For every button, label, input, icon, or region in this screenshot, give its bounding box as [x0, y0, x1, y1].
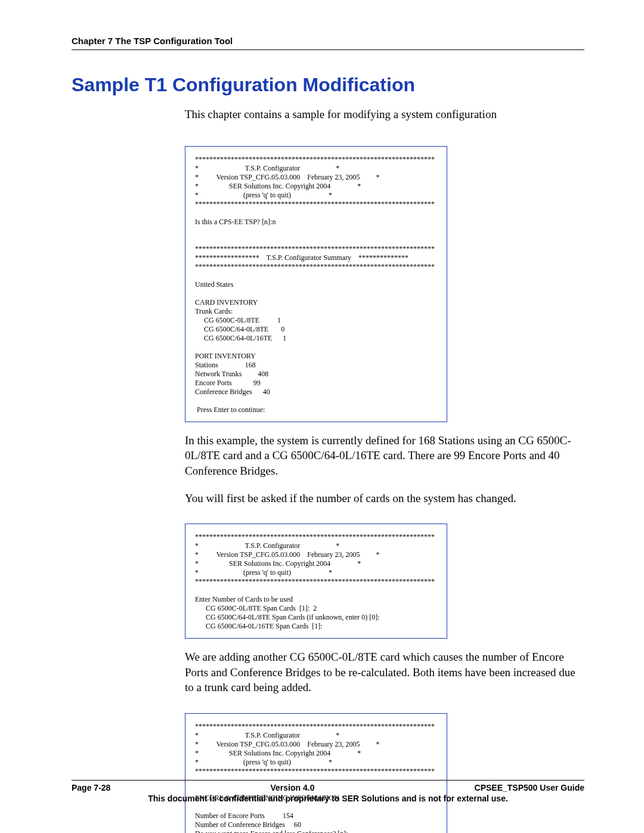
paragraph-2: You will first be asked if the number of… — [185, 491, 584, 506]
terminal-screenshot-3: ****************************************… — [185, 713, 447, 833]
section-heading: Sample T1 Configuration Modification — [72, 74, 584, 96]
intro-paragraph: This chapter contains a sample for modif… — [185, 107, 584, 122]
paragraph-1: In this example, the system is currently… — [185, 433, 584, 479]
terminal-screenshot-2: ****************************************… — [185, 524, 447, 639]
footer-guide: CPSEE_TSP500 User Guide — [475, 783, 584, 792]
footer-row: Page 7-28 Version 4.0 CPSEE_TSP500 User … — [72, 783, 584, 792]
document-page: Chapter 7 The TSP Configuration Tool Sam… — [0, 0, 644, 833]
footer-page: Page 7-28 — [72, 783, 110, 792]
chapter-header: Chapter 7 The TSP Configuration Tool — [72, 36, 584, 50]
footer-version: Version 4.0 — [271, 783, 315, 792]
footer-notice: This document is confidential and propri… — [72, 794, 584, 803]
paragraph-3: We are adding another CG 6500C-0L/8TE ca… — [185, 649, 584, 695]
terminal-screenshot-1: ****************************************… — [185, 146, 447, 422]
page-footer: Page 7-28 Version 4.0 CPSEE_TSP500 User … — [72, 780, 584, 803]
